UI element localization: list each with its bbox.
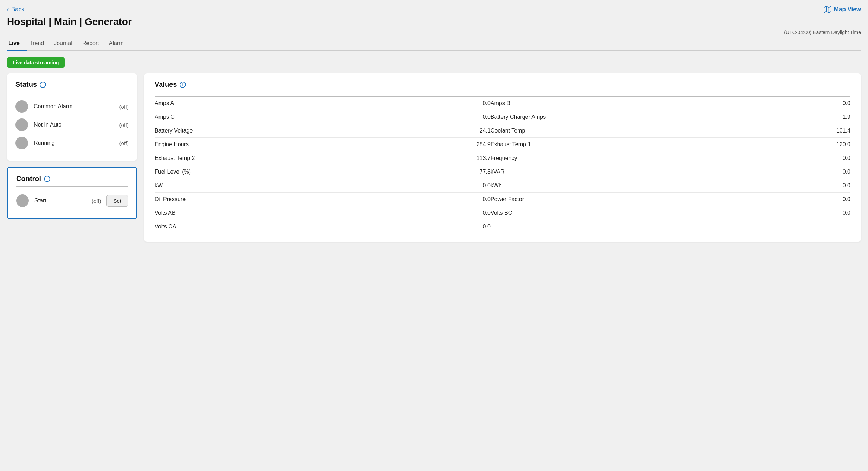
tab-alarm[interactable]: Alarm: [106, 37, 131, 51]
val-num2-3: 120.0: [754, 138, 850, 151]
page-wrapper: ‹ Back Map View Hospital | Main | Genera…: [0, 0, 868, 471]
set-button-0[interactable]: Set: [106, 195, 128, 207]
val-name1-1: Amps C: [155, 110, 395, 124]
val-num1-6: 0.0: [395, 179, 491, 193]
values-info-icon[interactable]: i: [180, 82, 186, 88]
page-title: Hospital | Main | Generator: [7, 16, 861, 27]
control-info-icon[interactable]: i: [44, 176, 50, 182]
content-row: Status i Common Alarm (off) Not In Auto …: [7, 73, 861, 242]
left-column: Status i Common Alarm (off) Not In Auto …: [7, 73, 137, 219]
back-chevron-icon: ‹: [7, 6, 9, 13]
col-header-name2: [491, 92, 754, 97]
values-row-8: Volts AB 0.0 Volts BC 0.0: [155, 206, 850, 220]
val-name1-9: Volts CA: [155, 220, 395, 234]
values-title: Values: [155, 80, 177, 89]
tab-report[interactable]: Report: [79, 37, 106, 51]
col-header-val1: [395, 92, 491, 97]
tab-journal[interactable]: Journal: [51, 37, 79, 51]
status-value-0: (off): [119, 104, 129, 110]
tabs-bar: Live Trend Journal Report Alarm: [7, 37, 861, 51]
val-name2-0: Amps B: [491, 97, 754, 110]
values-title-row: Values i: [155, 80, 850, 89]
status-dot-0: [15, 100, 28, 113]
val-name2-6: kWh: [491, 179, 754, 193]
timezone-label: (UTC-04:00) Eastern Daylight Time: [784, 30, 861, 35]
values-row-1: Amps C 0.0 Battery Charger Amps 1.9: [155, 110, 850, 124]
val-name2-1: Battery Charger Amps: [491, 110, 754, 124]
status-label-1: Not In Auto: [34, 122, 114, 128]
val-name2-2: Coolant Temp: [491, 124, 754, 138]
val-name1-7: Oil Pressure: [155, 193, 395, 206]
val-name1-6: kW: [155, 179, 395, 193]
values-row-2: Battery Voltage 24.1 Coolant Temp 101.4: [155, 124, 850, 138]
control-value-0: (off): [92, 198, 101, 204]
values-row-3: Engine Hours 284.9 Exhaust Temp 1 120.0: [155, 138, 850, 151]
val-name2-8: Volts BC: [491, 206, 754, 220]
values-row-9: Volts CA 0.0: [155, 220, 850, 234]
status-label-0: Common Alarm: [34, 103, 114, 110]
val-name2-3: Exhaust Temp 1: [491, 138, 754, 151]
val-num2-8: 0.0: [754, 206, 850, 220]
values-card: Values i Amps A 0.0 Amps: [144, 73, 861, 242]
top-nav: ‹ Back Map View: [7, 6, 861, 13]
status-row-1: Not In Auto (off): [15, 116, 129, 134]
map-view-button[interactable]: Map View: [824, 6, 861, 13]
status-value-1: (off): [119, 122, 129, 128]
val-name1-8: Volts AB: [155, 206, 395, 220]
val-num2-0: 0.0: [754, 97, 850, 110]
val-name1-5: Fuel Level (%): [155, 165, 395, 179]
val-name1-2: Battery Voltage: [155, 124, 395, 138]
svg-marker-0: [824, 6, 831, 13]
tab-live[interactable]: Live: [7, 37, 27, 51]
val-name2-4: Frequency: [491, 151, 754, 165]
status-dot-2: [15, 137, 28, 149]
control-title-row: Control i: [16, 175, 128, 183]
val-name2-9: [491, 220, 754, 234]
col-header-val2: [754, 92, 850, 97]
val-num2-6: 0.0: [754, 179, 850, 193]
val-num2-4: 0.0: [754, 151, 850, 165]
val-name2-7: Power Factor: [491, 193, 754, 206]
val-num1-3: 284.9: [395, 138, 491, 151]
right-column: Values i Amps A 0.0 Amps: [144, 73, 861, 242]
control-row-0: Start (off) Set: [16, 192, 128, 210]
status-info-icon[interactable]: i: [40, 82, 46, 88]
tab-trend[interactable]: Trend: [27, 37, 51, 51]
val-name1-4: Exhaust Temp 2: [155, 151, 395, 165]
map-icon: [824, 6, 831, 13]
val-num1-4: 113.7: [395, 151, 491, 165]
timezone-row: (UTC-04:00) Eastern Daylight Time: [7, 30, 861, 35]
status-card: Status i Common Alarm (off) Not In Auto …: [7, 73, 137, 161]
control-divider: [16, 186, 128, 187]
val-num1-5: 77.3: [395, 165, 491, 179]
values-row-5: Fuel Level (%) 77.3 kVAR 0.0: [155, 165, 850, 179]
map-view-label: Map View: [834, 6, 861, 13]
val-num1-2: 24.1: [395, 124, 491, 138]
status-row-2: Running (off): [15, 134, 129, 152]
status-label-2: Running: [34, 140, 114, 146]
val-num2-9: [754, 220, 850, 234]
control-card: Control i Start (off) Set: [7, 167, 137, 219]
status-value-2: (off): [119, 140, 129, 146]
values-row-6: kW 0.0 kWh 0.0: [155, 179, 850, 193]
control-label-0: Start: [34, 198, 86, 204]
val-num2-7: 0.0: [754, 193, 850, 206]
values-table: Amps A 0.0 Amps B 0.0 Amps C 0.0 Battery…: [155, 92, 850, 233]
val-name1-3: Engine Hours: [155, 138, 395, 151]
val-num2-5: 0.0: [754, 165, 850, 179]
back-button[interactable]: ‹ Back: [7, 6, 25, 13]
values-row-4: Exhaust Temp 2 113.7 Frequency 0.0: [155, 151, 850, 165]
status-title: Status: [15, 80, 37, 89]
control-dot-0: [16, 194, 29, 207]
val-num1-0: 0.0: [395, 97, 491, 110]
values-row-0: Amps A 0.0 Amps B 0.0: [155, 97, 850, 110]
val-num1-8: 0.0: [395, 206, 491, 220]
val-num2-1: 1.9: [754, 110, 850, 124]
val-num1-7: 0.0: [395, 193, 491, 206]
col-header-name1: [155, 92, 395, 97]
status-divider: [15, 92, 129, 92]
status-row-0: Common Alarm (off): [15, 97, 129, 116]
val-num2-2: 101.4: [754, 124, 850, 138]
val-num1-9: 0.0: [395, 220, 491, 234]
back-label: Back: [11, 6, 25, 13]
